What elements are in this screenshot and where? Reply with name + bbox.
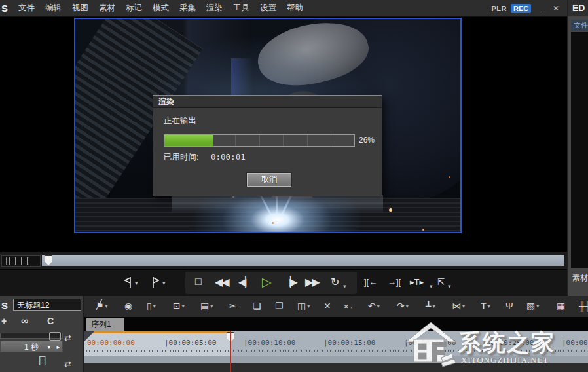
menu-marker[interactable]: 标记 (120, 1, 147, 16)
menu-mode[interactable]: 模式 (147, 1, 174, 16)
close-button[interactable]: ✕ (553, 4, 559, 13)
render-status-text: 正在输出 (164, 115, 196, 126)
step-back-button[interactable]: ◀▏ (238, 276, 252, 288)
redo-icon[interactable]: ↷▾ (397, 301, 409, 311)
ruler-tick: |00:00:15:00 (323, 339, 375, 347)
timeline-toolbar: ⚑╱▾ ◉ ▯▾ ⊡▾ ▤▾ ✂ ❏ ❐ ◫▾ ✕ ✕← ↶▾ ↷▾ ┸▾ ⋈▾… (84, 296, 588, 318)
film-track-icon: 日 (38, 355, 47, 367)
ruler-tick: |00:00:05:00 (164, 339, 216, 347)
set-out-point-icon[interactable] (152, 276, 159, 288)
timescale-caret-right[interactable]: ▸ (56, 341, 60, 353)
cancel-button[interactable]: 取消 (246, 172, 292, 187)
timescale-caret-down[interactable]: ▾ (47, 341, 50, 353)
play-button[interactable]: ▷ (262, 274, 272, 289)
timeline-logo: S (1, 300, 8, 311)
sync-mode-icon[interactable]: ⚑╱▾ (96, 301, 108, 311)
position-playhead-marker[interactable] (45, 255, 52, 265)
render-progress-percent: 26% (359, 136, 375, 145)
minimize-button[interactable]: _ (540, 4, 545, 13)
elapsed-time-label: 已用时间: (164, 152, 198, 163)
position-bar[interactable] (42, 255, 564, 266)
loop-caret[interactable]: ▾ (343, 283, 346, 289)
zoom-slider-grip[interactable] (49, 332, 61, 341)
track-swap-icon-bottom[interactable]: ⇄ (64, 359, 83, 369)
menu-file[interactable]: 文件 (13, 1, 40, 16)
menu-clip[interactable]: 素材 (94, 1, 120, 16)
elapsed-time-value: 0:00:01 (211, 152, 246, 162)
watermark-title: 系统之家 (458, 327, 555, 358)
timescale-value: 1 秒 (24, 343, 39, 352)
save-icon[interactable]: ▤▾ (200, 301, 213, 311)
bin-content-area[interactable] (571, 32, 588, 268)
timeline-zoom-slider[interactable] (0, 333, 63, 339)
menu-edit[interactable]: 编辑 (40, 1, 67, 16)
audio-mixer-icon[interactable]: ╫╫ (579, 301, 588, 311)
plr-mode-button[interactable]: PLR (492, 5, 507, 12)
copy-icon[interactable]: ❏ (253, 301, 261, 311)
render-dialog-title[interactable]: 渲染 (153, 96, 382, 108)
paste-icon[interactable]: ❐ (275, 301, 284, 311)
track-swap-icon-top[interactable]: ⇄ (64, 333, 83, 343)
bin-window-title: ED (568, 0, 588, 16)
menu-help[interactable]: 帮助 (282, 1, 308, 16)
export-to-recorder-button[interactable]: ⇱ (437, 277, 445, 287)
bin-window: ED 文件 素材 (567, 0, 588, 296)
playhead-line (230, 331, 231, 372)
fast-forward-button[interactable]: ▶▶ (305, 276, 319, 288)
ruler-tick: 00:00:00:00 (87, 339, 135, 347)
transition-icon[interactable]: ⋈▾ (452, 301, 465, 311)
render-progress-fill (164, 135, 213, 146)
bin-tab-file[interactable]: 文件 (571, 20, 588, 31)
loop-playback-button[interactable]: ↻ (331, 276, 339, 288)
replace-icon[interactable]: ◫▾ (297, 301, 310, 311)
project-name-box[interactable]: 无标题12 (13, 299, 81, 311)
ruler-tick: |00:00:10:00 (244, 339, 295, 347)
watermark: 系统之家 XITONGZHIJIA.NET (401, 320, 588, 371)
goto-in-button[interactable]: ][← (364, 277, 377, 287)
watermark-subtitle: XITONGZHIJIA.NET (461, 355, 549, 365)
title-tool-icon[interactable]: T▾ (481, 301, 490, 311)
loop-mode-icon[interactable]: ∞ (21, 315, 28, 327)
menu-bar: S 文件 编辑 视图 素材 标记 模式 采集 渲染 工具 设置 帮助 PLR R… (0, 0, 567, 17)
step-forward-button[interactable]: ▕▶ (283, 276, 297, 288)
stop-button[interactable]: □ (195, 276, 202, 288)
delete-icon[interactable]: ✕ (323, 301, 331, 311)
add-cut-point-icon[interactable]: ┸▾ (426, 301, 435, 311)
render-dialog: 渲染 正在输出 26% 已用时间: 0:00:01 取消 (153, 95, 382, 196)
house-logo-icon (401, 320, 457, 369)
import-icon[interactable]: ⊡▾ (173, 301, 185, 311)
set-in-point-icon[interactable] (124, 276, 132, 288)
undo-icon[interactable]: ↶▾ (368, 301, 380, 311)
tab-sequence-1[interactable]: 序列1 (86, 318, 124, 331)
shuttle-slider[interactable] (1, 255, 41, 267)
transport-bar: ▾ ▾ □ ◀◀ ◀▏ ▷ ▕▶ ▶▶ ↻ ▾ ][← →][ ▸T▸ ▾ ⇱ … (0, 269, 567, 297)
add-track-icon[interactable]: + (1, 316, 7, 326)
play-around-caret[interactable]: ▾ (430, 283, 433, 289)
rewind-button[interactable]: ◀◀ (215, 276, 229, 288)
menu-capture[interactable]: 采集 (174, 1, 201, 16)
cut-icon[interactable]: ✂ (229, 301, 237, 311)
timeline-left-panel: S 无标题12 + ∞ C 1 秒 ▾ ▸ 日 ⇄ ⇄ (0, 296, 84, 372)
snapshot-icon[interactable]: ◉ (124, 301, 132, 311)
menu-view[interactable]: 视图 (67, 1, 94, 16)
menu-render[interactable]: 渲染 (201, 1, 228, 16)
c-mode-icon[interactable]: C (47, 316, 54, 326)
rec-mode-button[interactable]: REC (511, 4, 531, 13)
timescale-select[interactable]: 1 秒 ▾ ▸ (0, 341, 63, 352)
new-clip-icon[interactable]: ▯▾ (147, 301, 156, 311)
bin-clip-label: 素材 (572, 272, 588, 284)
ripple-delete-icon[interactable]: ✕← (343, 303, 356, 311)
render-progress-bar (164, 134, 355, 147)
play-around-button[interactable]: ▸T▸ (410, 277, 424, 287)
voiceover-mic-icon[interactable]: Ψ (505, 301, 513, 311)
export-caret[interactable]: ▾ (448, 283, 451, 289)
shuttle-grip[interactable] (6, 257, 29, 265)
menu-settings[interactable]: 设置 (255, 1, 282, 16)
app-logo: S (1, 3, 8, 14)
out-point-caret[interactable]: ▾ (162, 280, 166, 286)
menu-tools[interactable]: 工具 (228, 1, 255, 16)
export-sequence-icon[interactable]: ▧▾ (526, 301, 539, 311)
panel-grid-icon[interactable]: ▦ (557, 301, 565, 311)
in-point-caret[interactable]: ▾ (135, 280, 138, 286)
goto-out-button[interactable]: →][ (388, 277, 401, 287)
